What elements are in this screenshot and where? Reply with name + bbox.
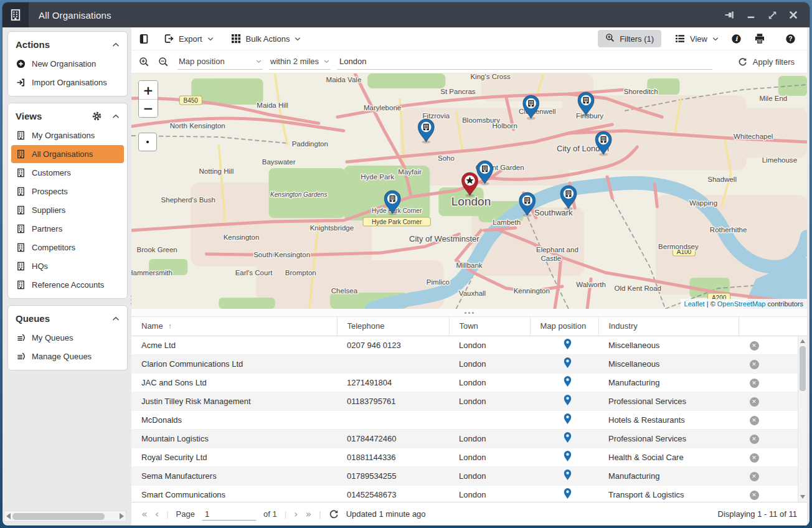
map-label-millbank: Millbank xyxy=(456,262,482,269)
sidebar-view-reference-accounts[interactable]: Reference Accounts xyxy=(11,276,124,294)
last-page-button[interactable]: » xyxy=(305,509,311,519)
remove-filter-icon[interactable] xyxy=(158,57,169,67)
queue-item-manage-queues[interactable]: Manage Queues xyxy=(11,347,124,365)
pin-icon[interactable] xyxy=(724,9,736,21)
cell-telephone: 01881144336 xyxy=(337,448,449,466)
collapse-chevron-icon[interactable] xyxy=(112,39,120,50)
page-number-input[interactable] xyxy=(202,508,256,521)
maximize-icon[interactable] xyxy=(766,9,778,21)
prev-page-button[interactable]: ‹ xyxy=(155,509,159,519)
collapse-sidebar-button[interactable] xyxy=(139,34,149,44)
cell-industry: Transport & Logistics xyxy=(598,485,739,502)
table-row-smart-communications[interactable]: Smart Communications 01452548673 London … xyxy=(131,485,807,502)
filter-operator-select[interactable]: within 2 miles of xyxy=(269,54,331,70)
minimize-icon[interactable] xyxy=(745,9,757,21)
refresh-icon[interactable] xyxy=(329,509,339,519)
map-pin-icon[interactable] xyxy=(564,436,572,445)
table-row-royal-security-ltd[interactable]: Royal Security Ltd 01881144336 London He… xyxy=(131,448,807,466)
column-header-name[interactable]: Name↑ xyxy=(131,317,337,336)
add-filter-icon[interactable] xyxy=(139,57,149,67)
table-row-sema-manufacturers[interactable]: Sema Manufacturers 01789534255 London Ma… xyxy=(131,466,807,485)
sidebar-view-my-organisations[interactable]: My Organisations xyxy=(11,126,124,144)
sidebar-view-suppliers[interactable]: Suppliers xyxy=(11,201,124,219)
remove-row-icon[interactable]: ✕ xyxy=(750,397,759,407)
table-vertical-scrollbar[interactable] xyxy=(798,336,807,502)
remove-row-icon[interactable]: ✕ xyxy=(750,472,759,481)
scroll-down-icon[interactable] xyxy=(800,495,805,499)
action-item-new-organisation[interactable]: New Organisation xyxy=(11,55,124,73)
apply-filters-button[interactable]: Apply filters xyxy=(738,57,800,67)
collapse-chevron-icon[interactable] xyxy=(112,110,120,121)
scrollbar-thumb[interactable] xyxy=(12,513,105,520)
map-pin-icon[interactable] xyxy=(564,342,572,352)
column-header-map-position[interactable]: Map position xyxy=(530,317,598,336)
map-label-marylebone: Marylebone xyxy=(364,104,401,111)
column-header-industry[interactable]: Industry xyxy=(598,317,739,336)
osm-link[interactable]: OpenStreetMap xyxy=(717,300,766,308)
scrollbar-thumb[interactable] xyxy=(800,346,806,391)
export-button[interactable]: Export xyxy=(164,34,214,44)
scroll-left-icon[interactable] xyxy=(6,513,11,519)
remove-row-icon[interactable]: ✕ xyxy=(750,416,759,425)
table-row-mcdonalds[interactable]: McDonalds Hotels & Restaurants ✕ xyxy=(131,410,807,429)
page-of-label: of 1 xyxy=(263,509,277,519)
map-pin-icon[interactable] xyxy=(564,417,572,427)
collapse-chevron-icon[interactable] xyxy=(112,313,120,324)
next-page-button[interactable]: › xyxy=(294,509,298,519)
map-pin-icon[interactable] xyxy=(564,455,572,464)
remove-row-icon[interactable]: ✕ xyxy=(750,453,759,463)
sidebar-view-partners[interactable]: Partners xyxy=(11,220,124,238)
column-header-telephone[interactable]: Telephone xyxy=(337,317,449,336)
remove-row-icon[interactable]: ✕ xyxy=(750,491,759,500)
leaflet-link[interactable]: Leaflet xyxy=(684,300,705,308)
sidebar-view-all-organisations[interactable]: All Organisations xyxy=(11,145,124,163)
title-bar: All Organisations xyxy=(2,2,810,27)
map-table-splitter[interactable] xyxy=(131,309,807,317)
table-row-justin-tilley-risk-management[interactable]: Justin Tilley Risk Management 0118379576… xyxy=(131,392,807,410)
close-icon[interactable] xyxy=(787,9,800,21)
remove-row-icon[interactable]: ✕ xyxy=(750,379,759,388)
sidebar-horizontal-scrollbar[interactable] xyxy=(4,511,126,522)
scroll-up-icon[interactable] xyxy=(800,339,805,343)
remove-row-icon[interactable]: ✕ xyxy=(750,435,759,444)
map-pin-icon[interactable] xyxy=(564,361,572,370)
print-icon[interactable] xyxy=(754,33,765,44)
map-pin-icon[interactable] xyxy=(564,473,572,483)
filters-button[interactable]: Filters (1) xyxy=(598,30,661,47)
map-pin-icon[interactable] xyxy=(564,398,572,408)
zoom-in-button[interactable]: + xyxy=(139,81,158,99)
zoom-out-button[interactable]: − xyxy=(139,99,158,117)
cell-remove: ✕ xyxy=(739,429,763,448)
map-pin-icon[interactable] xyxy=(564,380,572,389)
map-pin-icon[interactable] xyxy=(564,492,572,501)
sidebar-view-customers[interactable]: Customers xyxy=(11,164,124,182)
actions-panel: Actions New Organisation Import Organisa… xyxy=(7,31,128,97)
table-row-clarion-communications-ltd[interactable]: Clarion Communications Ltd London Miscel… xyxy=(131,354,807,373)
sidebar-view-prospects[interactable]: Prospects xyxy=(11,182,124,200)
map[interactable]: B450 Hyde Park Corner A100 A200 Maida Va… xyxy=(131,73,807,309)
filter-field-select[interactable]: Map position xyxy=(177,54,263,70)
bulk-actions-button[interactable]: Bulk Actions xyxy=(231,34,301,44)
cell-remove: ✕ xyxy=(739,466,763,485)
remove-row-icon[interactable]: ✕ xyxy=(750,360,759,369)
remove-row-icon[interactable]: ✕ xyxy=(750,341,759,351)
queue-item-my-queues[interactable]: My Queues xyxy=(11,329,124,347)
cell-telephone: 1271491804 xyxy=(337,373,449,392)
table-row-mountain-logistics[interactable]: Mountain Logistics 01784472460 London Pr… xyxy=(131,429,807,448)
locate-button[interactable] xyxy=(138,133,157,151)
first-page-button[interactable]: « xyxy=(141,509,148,519)
view-button[interactable]: View xyxy=(675,34,719,44)
filter-value-input[interactable] xyxy=(337,54,712,70)
info-icon[interactable]: i xyxy=(731,34,742,44)
sidebar-view-competitors[interactable]: Competitors xyxy=(11,238,124,257)
table-row-jac-and-sons-ltd[interactable]: JAC and Sons Ltd 1271491804 London Manuf… xyxy=(131,373,807,392)
displaying-count: Displaying 1 - 11 of 11 xyxy=(718,509,797,519)
sidebar-view-hqs[interactable]: HQs xyxy=(11,257,124,275)
scroll-right-icon[interactable] xyxy=(120,513,124,519)
building-icon xyxy=(16,262,26,271)
gear-icon[interactable] xyxy=(92,111,102,121)
table-row-acme-ltd[interactable]: Acme Ltd 0207 946 0123 London Miscellane… xyxy=(131,336,807,354)
action-item-import-organisations[interactable]: Import Organisations xyxy=(11,73,124,92)
column-header-town[interactable]: Town xyxy=(449,317,530,336)
help-icon[interactable]: ? xyxy=(785,34,796,44)
